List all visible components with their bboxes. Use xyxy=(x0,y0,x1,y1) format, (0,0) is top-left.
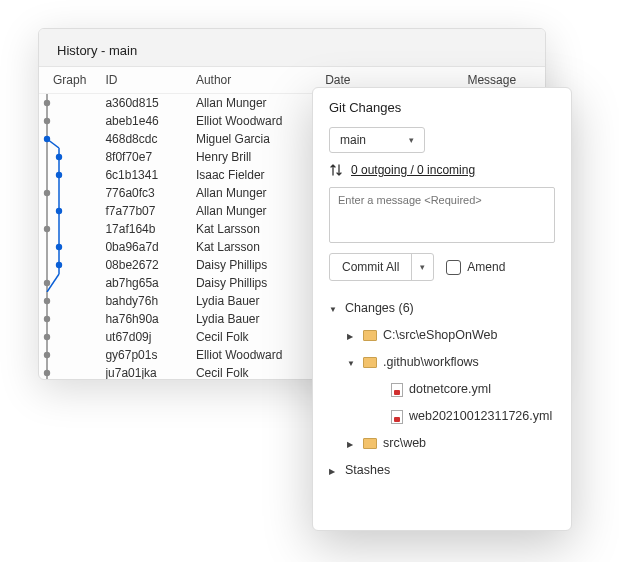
cell-author: Cecil Folk xyxy=(196,364,325,381)
cell-id: f7a77b07 xyxy=(105,202,196,220)
caret-icon xyxy=(347,354,357,372)
changes-tree: Changes (6) C:\src\eShopOnWeb .github\wo… xyxy=(329,291,555,520)
col-header-graph[interactable]: Graph xyxy=(39,67,105,94)
graph-cell xyxy=(39,94,105,112)
folder-node[interactable]: src\web xyxy=(329,430,555,457)
caret-icon xyxy=(329,300,339,318)
svg-point-34 xyxy=(44,315,50,321)
graph-cell xyxy=(39,184,105,202)
graph-cell xyxy=(39,220,105,238)
graph-cell xyxy=(39,238,105,256)
svg-point-36 xyxy=(44,333,50,339)
amend-label: Amend xyxy=(467,260,505,274)
svg-point-1 xyxy=(44,100,50,106)
svg-point-40 xyxy=(44,369,50,375)
cell-id: 776a0fc3 xyxy=(105,184,196,202)
commit-actions-row: Commit All ▾ Amend xyxy=(329,253,555,281)
cell-id: 08be2672 xyxy=(105,256,196,274)
folder-icon xyxy=(363,357,377,368)
caret-icon xyxy=(347,327,357,345)
svg-point-21 xyxy=(44,225,50,231)
svg-point-24 xyxy=(56,243,62,249)
svg-point-9 xyxy=(56,153,62,159)
amend-checkbox[interactable]: Amend xyxy=(446,260,505,275)
cell-author: Lydia Bauer xyxy=(196,310,325,328)
cell-id: abeb1e46 xyxy=(105,112,196,130)
cell-author: Cecil Folk xyxy=(196,328,325,346)
file-node[interactable]: web20210012311726.yml xyxy=(329,403,555,430)
sync-status-link[interactable]: 0 outgoing / 0 incoming xyxy=(351,163,475,177)
cell-id: 8f0f70e7 xyxy=(105,148,196,166)
commit-message-input[interactable] xyxy=(329,187,555,243)
col-header-author[interactable]: Author xyxy=(196,67,325,94)
svg-point-12 xyxy=(56,171,62,177)
folder-node[interactable]: .github\workflows xyxy=(329,349,555,376)
file-label: dotnetcore.yml xyxy=(409,377,491,402)
folder-icon xyxy=(363,438,377,449)
file-icon xyxy=(391,410,403,424)
graph-cell xyxy=(39,274,105,292)
cell-id: 468d8cdc xyxy=(105,130,196,148)
cell-id: ha76h90a xyxy=(105,310,196,328)
graph-cell xyxy=(39,310,105,328)
cell-author: Allan Munger xyxy=(196,94,325,112)
cell-author: Daisy Phillips xyxy=(196,274,325,292)
cell-author: Kat Larsson xyxy=(196,238,325,256)
svg-point-15 xyxy=(44,189,50,195)
graph-cell xyxy=(39,148,105,166)
graph-cell xyxy=(39,364,105,381)
file-node[interactable]: dotnetcore.yml xyxy=(329,376,555,403)
graph-cell xyxy=(39,202,105,220)
col-header-id[interactable]: ID xyxy=(105,67,196,94)
cell-author: Allan Munger xyxy=(196,202,325,220)
folder-label: C:\src\eShopOnWeb xyxy=(383,323,497,348)
chevron-down-icon: ▾ xyxy=(420,262,425,272)
svg-point-30 xyxy=(44,279,50,285)
stashes-node[interactable]: Stashes xyxy=(329,457,555,484)
graph-cell xyxy=(39,256,105,274)
svg-point-3 xyxy=(44,117,50,123)
cell-author: Henry Brill xyxy=(196,148,325,166)
svg-point-6 xyxy=(44,135,50,141)
folder-icon xyxy=(363,330,377,341)
caret-icon xyxy=(329,462,339,480)
chevron-down-icon: ▾ xyxy=(409,135,414,145)
cell-author: Elliot Woodward xyxy=(196,346,325,364)
git-changes-panel: Git Changes main ▾ 0 outgoing / 0 incomi… xyxy=(312,87,572,531)
svg-point-38 xyxy=(44,351,50,357)
cell-id: ut67d09j xyxy=(105,328,196,346)
commit-all-button[interactable]: Commit All ▾ xyxy=(329,253,434,281)
caret-icon xyxy=(347,435,357,453)
folder-label: src\web xyxy=(383,431,426,456)
commit-dropdown-chevron[interactable]: ▾ xyxy=(411,254,433,280)
cell-id: a360d815 xyxy=(105,94,196,112)
history-title: History - main xyxy=(39,29,545,67)
graph-cell xyxy=(39,112,105,130)
sync-arrows-icon[interactable] xyxy=(329,163,343,177)
graph-cell xyxy=(39,166,105,184)
branch-name: main xyxy=(340,133,366,147)
file-label: web20210012311726.yml xyxy=(409,404,552,429)
changes-node[interactable]: Changes (6) xyxy=(329,295,555,322)
branch-selector[interactable]: main ▾ xyxy=(329,127,425,153)
cell-author: Daisy Phillips xyxy=(196,256,325,274)
graph-cell xyxy=(39,292,105,310)
cell-author: Lydia Bauer xyxy=(196,292,325,310)
cell-id: 0ba96a7d xyxy=(105,238,196,256)
cell-id: 17af164b xyxy=(105,220,196,238)
svg-point-32 xyxy=(44,297,50,303)
folder-node[interactable]: C:\src\eShopOnWeb xyxy=(329,322,555,349)
cell-id: ju7a01jka xyxy=(105,364,196,381)
stashes-label: Stashes xyxy=(345,458,390,483)
cell-id: gy67p01s xyxy=(105,346,196,364)
checkbox-icon xyxy=(446,260,461,275)
cell-author: Isaac Fielder xyxy=(196,166,325,184)
cell-author: Miguel Garcia xyxy=(196,130,325,148)
graph-cell xyxy=(39,130,105,148)
sync-status-row: 0 outgoing / 0 incoming xyxy=(329,163,555,177)
file-icon xyxy=(391,383,403,397)
cell-author: Elliot Woodward xyxy=(196,112,325,130)
cell-author: Kat Larsson xyxy=(196,220,325,238)
changes-label: Changes (6) xyxy=(345,296,414,321)
cell-id: bahdy76h xyxy=(105,292,196,310)
